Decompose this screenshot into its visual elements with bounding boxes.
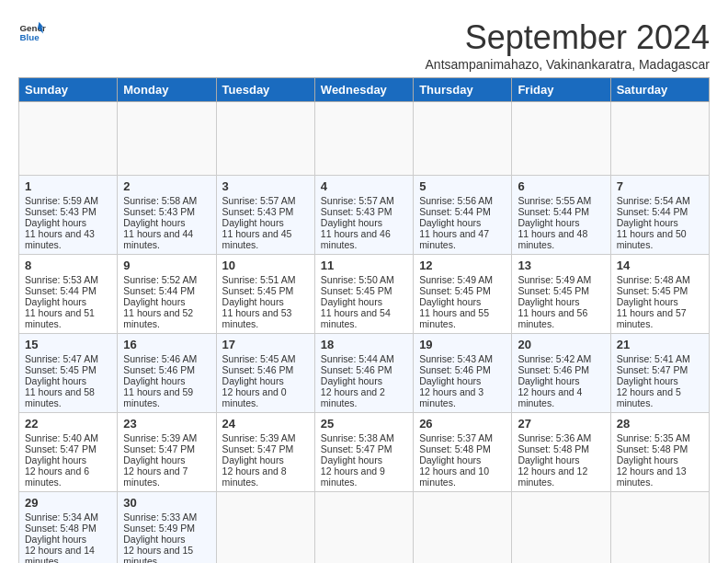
- day-number: 2: [123, 179, 210, 193]
- day-number: 27: [518, 417, 604, 431]
- calendar-cell: [118, 102, 216, 176]
- day-number: 15: [25, 338, 111, 351]
- title-block: September 2024 Antsampanimahazo, Vakinan…: [426, 18, 710, 72]
- day-number: 19: [419, 338, 506, 351]
- calendar-cell: 19Sunrise: 5:43 AMSunset: 5:46 PMDayligh…: [414, 334, 512, 413]
- day-info: Sunrise: 5:38 AMSunset: 5:47 PMDaylight …: [321, 432, 394, 488]
- logo: General Blue: [18, 18, 46, 46]
- day-info: Sunrise: 5:42 AMSunset: 5:46 PMDaylight …: [518, 353, 591, 408]
- calendar-cell: 6Sunrise: 5:55 AMSunset: 5:44 PMDaylight…: [512, 176, 610, 255]
- calendar-week-row: 29Sunrise: 5:34 AMSunset: 5:48 PMDayligh…: [19, 492, 710, 564]
- logo-icon: General Blue: [18, 18, 46, 46]
- day-number: 8: [25, 259, 111, 272]
- calendar-cell: 27Sunrise: 5:36 AMSunset: 5:48 PMDayligh…: [512, 413, 610, 492]
- day-info: Sunrise: 5:41 AMSunset: 5:47 PMDaylight …: [617, 353, 690, 408]
- calendar-cell: 12Sunrise: 5:49 AMSunset: 5:45 PMDayligh…: [414, 255, 512, 334]
- day-info: Sunrise: 5:36 AMSunset: 5:48 PMDaylight …: [518, 432, 591, 488]
- day-info: Sunrise: 5:46 AMSunset: 5:46 PMDaylight …: [123, 353, 197, 408]
- weekday-header: Saturday: [610, 78, 709, 102]
- calendar-cell: [216, 102, 314, 176]
- calendar-header-row: SundayMondayTuesdayWednesdayThursdayFrid…: [19, 78, 710, 102]
- calendar-cell: [610, 102, 709, 176]
- day-info: Sunrise: 5:53 AMSunset: 5:44 PMDaylight …: [25, 274, 98, 329]
- weekday-header: Friday: [512, 78, 610, 102]
- calendar-week-row: 1Sunrise: 5:59 AMSunset: 5:43 PMDaylight…: [19, 176, 710, 255]
- day-number: 26: [419, 417, 506, 431]
- calendar-cell: [512, 492, 610, 564]
- calendar-cell: 7Sunrise: 5:54 AMSunset: 5:44 PMDaylight…: [610, 176, 709, 255]
- day-info: Sunrise: 5:45 AMSunset: 5:46 PMDaylight …: [222, 353, 296, 408]
- day-info: Sunrise: 5:33 AMSunset: 5:49 PMDaylight …: [123, 511, 197, 563]
- calendar-cell: 18Sunrise: 5:44 AMSunset: 5:46 PMDayligh…: [314, 334, 413, 413]
- day-info: Sunrise: 5:57 AMSunset: 5:43 PMDaylight …: [222, 195, 296, 250]
- calendar-cell: 22Sunrise: 5:40 AMSunset: 5:47 PMDayligh…: [19, 413, 118, 492]
- day-info: Sunrise: 5:47 AMSunset: 5:45 PMDaylight …: [25, 353, 98, 408]
- calendar-cell: 9Sunrise: 5:52 AMSunset: 5:44 PMDaylight…: [118, 255, 216, 334]
- calendar-week-row: 22Sunrise: 5:40 AMSunset: 5:47 PMDayligh…: [19, 413, 710, 492]
- calendar-cell: 30Sunrise: 5:33 AMSunset: 5:49 PMDayligh…: [118, 492, 216, 564]
- calendar-cell: 4Sunrise: 5:57 AMSunset: 5:43 PMDaylight…: [314, 176, 413, 255]
- calendar-cell: [314, 102, 413, 176]
- calendar-cell: 26Sunrise: 5:37 AMSunset: 5:48 PMDayligh…: [414, 413, 512, 492]
- day-number: 14: [617, 259, 703, 272]
- page-header: General Blue September 2024 Antsampanima…: [18, 18, 710, 72]
- calendar-cell: 3Sunrise: 5:57 AMSunset: 5:43 PMDaylight…: [216, 176, 314, 255]
- calendar-cell: 5Sunrise: 5:56 AMSunset: 5:44 PMDaylight…: [414, 176, 512, 255]
- svg-text:Blue: Blue: [20, 32, 40, 42]
- day-info: Sunrise: 5:49 AMSunset: 5:45 PMDaylight …: [419, 274, 493, 329]
- day-number: 4: [321, 179, 407, 193]
- calendar-cell: 8Sunrise: 5:53 AMSunset: 5:44 PMDaylight…: [19, 255, 118, 334]
- day-number: 22: [25, 417, 111, 431]
- day-info: Sunrise: 5:54 AMSunset: 5:44 PMDaylight …: [617, 195, 690, 250]
- calendar-cell: 1Sunrise: 5:59 AMSunset: 5:43 PMDaylight…: [19, 176, 118, 255]
- calendar-cell: [216, 492, 314, 564]
- weekday-header: Wednesday: [314, 78, 413, 102]
- calendar-week-row: [19, 102, 710, 176]
- day-number: 3: [222, 179, 309, 193]
- calendar-cell: [414, 492, 512, 564]
- day-number: 24: [222, 417, 309, 431]
- day-number: 6: [518, 179, 604, 193]
- day-info: Sunrise: 5:34 AMSunset: 5:48 PMDaylight …: [25, 511, 98, 563]
- calendar-cell: [314, 492, 413, 564]
- day-info: Sunrise: 5:39 AMSunset: 5:47 PMDaylight …: [123, 432, 197, 488]
- calendar-cell: 11Sunrise: 5:50 AMSunset: 5:45 PMDayligh…: [314, 255, 413, 334]
- calendar-cell: 17Sunrise: 5:45 AMSunset: 5:46 PMDayligh…: [216, 334, 314, 413]
- day-info: Sunrise: 5:39 AMSunset: 5:47 PMDaylight …: [222, 432, 296, 488]
- calendar-cell: [19, 102, 118, 176]
- weekday-header: Thursday: [414, 78, 512, 102]
- day-info: Sunrise: 5:55 AMSunset: 5:44 PMDaylight …: [518, 195, 591, 250]
- day-number: 23: [123, 417, 210, 431]
- day-info: Sunrise: 5:43 AMSunset: 5:46 PMDaylight …: [419, 353, 493, 408]
- calendar-cell: 29Sunrise: 5:34 AMSunset: 5:48 PMDayligh…: [19, 492, 118, 564]
- calendar-cell: 28Sunrise: 5:35 AMSunset: 5:48 PMDayligh…: [610, 413, 709, 492]
- calendar-cell: 16Sunrise: 5:46 AMSunset: 5:46 PMDayligh…: [118, 334, 216, 413]
- day-number: 21: [617, 338, 703, 351]
- calendar-cell: 13Sunrise: 5:49 AMSunset: 5:45 PMDayligh…: [512, 255, 610, 334]
- month-title: September 2024: [426, 18, 710, 57]
- day-info: Sunrise: 5:59 AMSunset: 5:43 PMDaylight …: [25, 195, 98, 250]
- day-number: 12: [419, 259, 506, 272]
- day-info: Sunrise: 5:49 AMSunset: 5:45 PMDaylight …: [518, 274, 591, 329]
- day-info: Sunrise: 5:52 AMSunset: 5:44 PMDaylight …: [123, 274, 197, 329]
- calendar-cell: 21Sunrise: 5:41 AMSunset: 5:47 PMDayligh…: [610, 334, 709, 413]
- weekday-header: Tuesday: [216, 78, 314, 102]
- day-info: Sunrise: 5:51 AMSunset: 5:45 PMDaylight …: [222, 274, 296, 329]
- day-info: Sunrise: 5:58 AMSunset: 5:43 PMDaylight …: [123, 195, 197, 250]
- day-info: Sunrise: 5:40 AMSunset: 5:47 PMDaylight …: [25, 432, 98, 488]
- calendar-table: SundayMondayTuesdayWednesdayThursdayFrid…: [18, 77, 710, 563]
- day-number: 29: [25, 496, 111, 510]
- day-number: 11: [321, 259, 407, 272]
- day-number: 13: [518, 259, 604, 272]
- calendar-week-row: 8Sunrise: 5:53 AMSunset: 5:44 PMDaylight…: [19, 255, 710, 334]
- day-info: Sunrise: 5:37 AMSunset: 5:48 PMDaylight …: [419, 432, 493, 488]
- day-number: 5: [419, 179, 506, 193]
- day-number: 20: [518, 338, 604, 351]
- calendar-cell: 14Sunrise: 5:48 AMSunset: 5:45 PMDayligh…: [610, 255, 709, 334]
- day-number: 10: [222, 259, 309, 272]
- day-number: 18: [321, 338, 407, 351]
- day-info: Sunrise: 5:48 AMSunset: 5:45 PMDaylight …: [617, 274, 690, 329]
- calendar-week-row: 15Sunrise: 5:47 AMSunset: 5:45 PMDayligh…: [19, 334, 710, 413]
- weekday-header: Sunday: [19, 78, 118, 102]
- day-number: 30: [123, 496, 210, 510]
